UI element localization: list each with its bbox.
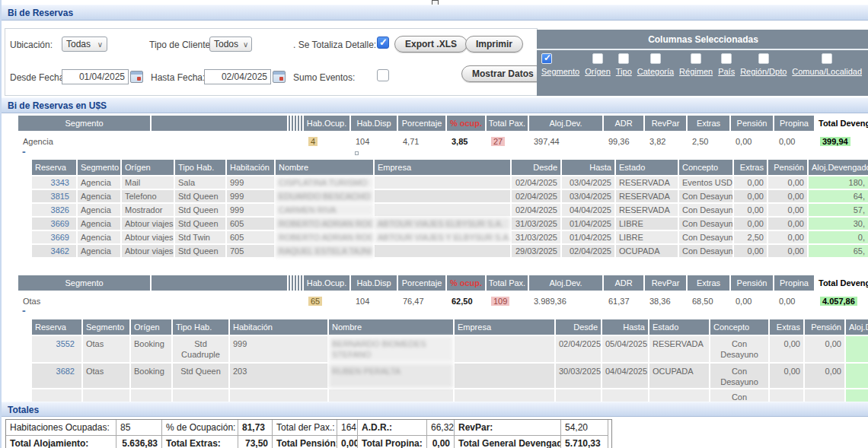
- categoria-column-label[interactable]: Categoría: [637, 67, 674, 76]
- origen-column-label[interactable]: Orígen: [585, 67, 611, 76]
- cell-aloj-devengado: 30,: [809, 218, 868, 230]
- cell-origen: Telefono: [122, 190, 174, 202]
- detail-header-origen: Orígen: [131, 319, 171, 335]
- region-column-label[interactable]: Región/Dpto: [740, 67, 787, 76]
- region-checkbox[interactable]: [758, 53, 769, 64]
- reserva-link[interactable]: 3462: [32, 245, 76, 257]
- table-row: 3669 Agencia Abtour viajes Std Twin 605 …: [32, 231, 868, 243]
- reserva-link[interactable]: 3669: [32, 218, 76, 230]
- cell-estado: [649, 389, 709, 402]
- regimen-column-label[interactable]: Régimen: [679, 67, 713, 76]
- summary-porcentaje-value: 4,71: [398, 132, 445, 151]
- summary-header-propina: Propina: [774, 116, 814, 131]
- cell-nombre: [329, 389, 453, 402]
- detail-header-nombre: Nombre: [329, 319, 453, 335]
- summary-header-hab-disp: Hab.Disp: [351, 116, 397, 131]
- table-row: 3462 Agencia Abtour viajes Std Queen 705…: [32, 245, 868, 257]
- summary-header-pct-ocup: % ocup.: [447, 116, 485, 131]
- cell-extras: [770, 389, 803, 402]
- detail-header-habitacion: Habitación: [230, 319, 327, 335]
- comuna-checkbox[interactable]: [822, 53, 832, 64]
- regimen-checkbox[interactable]: [691, 53, 701, 64]
- summary-header-total-pax: Total Pax.: [487, 275, 528, 291]
- cell-desde: 02/04/2025: [512, 204, 560, 216]
- pais-checkbox[interactable]: [721, 53, 732, 64]
- categoria-checkbox[interactable]: [650, 53, 661, 64]
- cell-empresa: [375, 190, 510, 202]
- reserva-link[interactable]: 3343: [32, 176, 76, 189]
- total-value: 73,50: [238, 436, 273, 448]
- total-pax-chip: 109: [491, 297, 509, 306]
- segmento-checkbox[interactable]: [541, 53, 552, 64]
- hasta-fecha-input[interactable]: [204, 69, 271, 84]
- cell-tipo-hab: [173, 389, 228, 402]
- reserva-link[interactable]: 3669: [32, 231, 76, 243]
- ubicacion-select[interactable]: Todas ∨: [62, 37, 107, 52]
- sumo-eventos-checkbox[interactable]: [377, 69, 389, 81]
- cell-segmento: Agencia: [78, 190, 120, 202]
- reserva-link[interactable]: 3552: [32, 336, 81, 362]
- detail-header-habitacion: Habitación: [227, 160, 274, 175]
- cell-extras: 0,00: [734, 190, 767, 202]
- summary-adr-value: 99,36: [604, 132, 643, 151]
- cell-habitacion: 999: [227, 190, 274, 202]
- reserva-link[interactable]: 3826: [32, 204, 76, 216]
- detail-header-reserva: Reserva: [32, 319, 81, 335]
- hasta-fecha-label: Hasta Fecha:: [151, 72, 205, 83]
- summary-pct-ocup-value: 62,50: [447, 292, 485, 310]
- detail-header-concepto: Concepto: [679, 160, 732, 175]
- segmento-column-label[interactable]: Segmento: [541, 67, 579, 76]
- calendar-icon[interactable]: [273, 71, 286, 83]
- collapse-group-toggle[interactable]: -: [22, 148, 26, 155]
- detail-header-segmento: Segmento: [83, 319, 129, 335]
- tipo-cliente-value: Todos: [214, 39, 238, 49]
- pais-column-label[interactable]: País: [718, 67, 735, 76]
- page-title: Bi de Reservas: [8, 8, 73, 18]
- totaliza-checkbox[interactable]: [377, 37, 389, 49]
- cell-pension: 0,00: [805, 364, 844, 388]
- cell-aloj-devengado: [846, 336, 868, 362]
- reserva-link[interactable]: 3682: [32, 364, 81, 388]
- column-option-pais: País: [718, 53, 735, 76]
- summary-header-extras: Extras: [688, 116, 729, 131]
- mostrar-datos-button[interactable]: Mostrar Datos: [461, 65, 544, 82]
- cell-extras: 0,00: [770, 364, 803, 388]
- summary-table-agencia: Segmento Hab.Ocup. Hab.Disp Porcentaje %…: [18, 116, 868, 151]
- origen-checkbox[interactable]: [592, 53, 603, 64]
- imprimir-button[interactable]: Imprimir: [465, 36, 523, 52]
- cell-desde: 31/03/2025: [512, 218, 560, 230]
- totales-title: Totales: [8, 405, 39, 415]
- summary-header-blank: [152, 116, 287, 131]
- totaliza-label: . Se Totaliza Detalle:: [293, 40, 376, 50]
- export-xls-label: Export .XLS: [405, 39, 457, 49]
- reserva-link[interactable]: 3815: [32, 190, 76, 202]
- cell-aloj-devengado: 65,: [809, 245, 868, 257]
- cell-hasta: 01/04/2025: [562, 218, 614, 230]
- cell-nombre: BERNARDO BIOMEDES STEFANO: [329, 336, 453, 362]
- tipo-checkbox[interactable]: [618, 53, 629, 64]
- collapse-group-toggle[interactable]: -: [22, 307, 26, 314]
- cell-concepto: Eventos USD: [679, 176, 732, 189]
- summary-pension-value: 0,00: [731, 132, 773, 151]
- cell-origen: Booking: [131, 336, 171, 362]
- cell-pension: 0,00: [768, 204, 807, 216]
- total-label: Habitaciones Ocupadas:: [6, 420, 116, 436]
- desde-fecha-input[interactable]: [62, 69, 129, 84]
- export-xls-button[interactable]: Export .XLS: [394, 36, 468, 52]
- summary-propina-value: 0,00: [774, 132, 814, 151]
- cell-extras: 0,00: [734, 176, 767, 189]
- comuna-column-label[interactable]: Comuna/Localidad: [792, 67, 862, 76]
- cell-origen: Abtour viajes: [122, 231, 174, 243]
- column-option-categoria: Categoría: [637, 53, 674, 76]
- calendar-icon[interactable]: [130, 71, 143, 83]
- cell-estado: RESERVADA: [616, 204, 678, 216]
- total-label: Total General Devengado:: [455, 436, 561, 448]
- cell-segmento: Agencia: [78, 245, 120, 257]
- cell-habitacion: 999: [227, 176, 274, 189]
- cell-desde: 29/03/2025: [512, 245, 560, 257]
- tipo-column-label[interactable]: Tipo: [616, 67, 632, 76]
- mostrar-datos-label: Mostrar Datos: [472, 68, 534, 79]
- table-row: 3682 Otas Booking Std Queen 203 RUBEN PE…: [32, 364, 868, 388]
- cell-concepto: Con Desayuno: [679, 245, 732, 257]
- tipo-cliente-select[interactable]: Todos ∨: [209, 37, 252, 52]
